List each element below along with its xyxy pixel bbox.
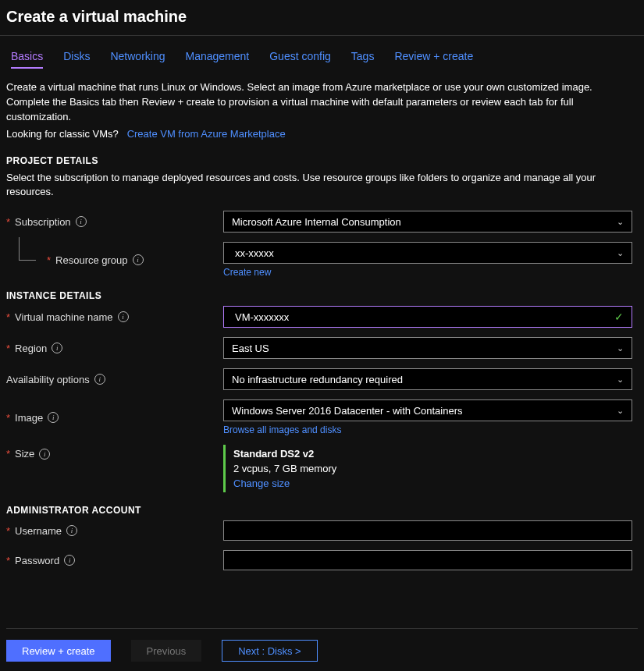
page-title: Create a virtual machine	[6, 8, 638, 26]
size-summary: Standard DS2 v2 2 vcpus, 7 GB memory Cha…	[223, 445, 632, 492]
availability-select[interactable]: No infrastructure redundancy required ⌄	[223, 368, 632, 390]
intro-text: Create a virtual machine that runs Linux…	[6, 80, 638, 125]
availability-label: Availability options	[6, 374, 90, 385]
image-value: Windows Server 2016 Datacenter - with Co…	[232, 405, 463, 417]
size-label: Size	[15, 448, 34, 460]
size-value: Standard DS2 v2	[233, 448, 632, 460]
required-indicator: *	[6, 448, 10, 460]
info-icon[interactable]: i	[52, 343, 62, 353]
password-input[interactable]	[223, 550, 632, 570]
info-icon[interactable]: i	[118, 311, 129, 322]
tab-review-create[interactable]: Review + create	[394, 50, 473, 69]
tabs-bar: Basics Disks Networking Management Guest…	[0, 36, 644, 76]
chevron-down-icon: ⌄	[617, 406, 624, 416]
image-label: Image	[15, 412, 43, 424]
info-icon[interactable]: i	[94, 374, 105, 385]
image-select[interactable]: Windows Server 2016 Datacenter - with Co…	[223, 399, 632, 421]
tab-guest-config[interactable]: Guest config	[269, 50, 331, 69]
required-indicator: *	[6, 555, 10, 566]
required-indicator: *	[6, 412, 10, 424]
subscription-select[interactable]: Microsoft Azure Internal Consumption ⌄	[223, 211, 632, 233]
tree-connector	[19, 237, 36, 261]
region-select[interactable]: East US ⌄	[223, 337, 632, 359]
username-label: Username	[15, 525, 62, 537]
resource-group-value: xx-xxxxx	[232, 247, 277, 259]
vm-name-input[interactable]: VM-xxxxxxx ✓	[223, 306, 632, 328]
tab-tags[interactable]: Tags	[351, 50, 375, 69]
project-details-heading: PROJECT DETAILS	[6, 155, 638, 166]
username-input[interactable]	[223, 520, 632, 541]
info-icon[interactable]: i	[76, 216, 87, 227]
region-value: East US	[232, 343, 269, 354]
resource-group-select[interactable]: xx-xxxxx ⌄	[223, 242, 632, 264]
create-new-resource-group-link[interactable]: Create new	[223, 267, 271, 278]
required-indicator: *	[47, 254, 51, 266]
subscription-label: Subscription	[15, 216, 71, 228]
change-size-link[interactable]: Change size	[233, 478, 290, 489]
availability-value: No infrastructure redundancy required	[232, 374, 403, 385]
info-icon[interactable]: i	[133, 254, 144, 265]
chevron-down-icon: ⌄	[617, 248, 624, 258]
required-indicator: *	[6, 216, 10, 228]
check-icon: ✓	[614, 311, 624, 323]
vm-name-value: VM-xxxxxxx	[232, 311, 292, 323]
password-label: Password	[15, 555, 59, 566]
wizard-footer: Review + create Previous Next : Disks >	[6, 628, 638, 662]
chevron-down-icon: ⌄	[617, 375, 624, 385]
chevron-down-icon: ⌄	[617, 343, 624, 353]
review-create-button[interactable]: Review + create	[6, 640, 111, 662]
required-indicator: *	[6, 525, 10, 537]
next-disks-button[interactable]: Next : Disks >	[222, 640, 318, 662]
vm-name-label: Virtual machine name	[15, 311, 113, 323]
admin-account-heading: ADMINISTRATOR ACCOUNT	[6, 505, 638, 516]
tab-management[interactable]: Management	[186, 50, 250, 69]
browse-images-link[interactable]: Browse all images and disks	[223, 424, 341, 435]
tab-disks[interactable]: Disks	[63, 50, 90, 69]
create-vm-marketplace-link[interactable]: Create VM from Azure Marketplace	[127, 128, 286, 140]
info-icon[interactable]: i	[39, 449, 50, 460]
info-icon[interactable]: i	[48, 412, 59, 423]
region-label: Region	[15, 343, 47, 354]
info-icon[interactable]: i	[64, 555, 75, 566]
subscription-value: Microsoft Azure Internal Consumption	[232, 216, 401, 228]
project-details-desc: Select the subscription to manage deploy…	[6, 171, 638, 201]
tab-networking[interactable]: Networking	[110, 50, 165, 69]
chevron-down-icon: ⌄	[617, 217, 624, 227]
instance-details-heading: INSTANCE DETAILS	[6, 290, 638, 301]
resource-group-label: Resource group	[55, 254, 128, 266]
required-indicator: *	[6, 343, 10, 354]
size-spec: 2 vcpus, 7 GB memory	[233, 463, 632, 474]
classic-prompt: Looking for classic VMs?	[6, 128, 119, 140]
required-indicator: *	[6, 311, 10, 323]
info-icon[interactable]: i	[66, 525, 77, 536]
previous-button: Previous	[131, 640, 202, 662]
tab-basics[interactable]: Basics	[11, 50, 43, 69]
